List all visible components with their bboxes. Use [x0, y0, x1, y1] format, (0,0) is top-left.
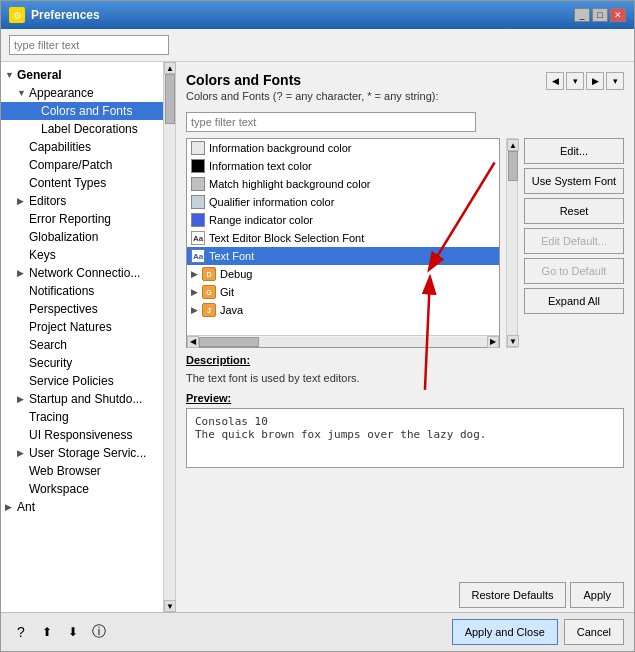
cancel-button[interactable]: Cancel	[564, 619, 624, 645]
sidebar-item-capabilities[interactable]: Capabilities	[1, 138, 163, 156]
export-icon[interactable]: ⬆	[37, 622, 57, 642]
color-swatch	[191, 141, 205, 155]
sidebar-item-perspectives[interactable]: Perspectives	[1, 300, 163, 318]
info-icon[interactable]: ⓘ	[89, 622, 109, 642]
sidebar-item-label: Error Reporting	[29, 212, 111, 226]
use-system-font-button[interactable]: Use System Font	[524, 168, 624, 194]
sidebar-item-web-browser[interactable]: Web Browser	[1, 462, 163, 480]
font-swatch: Aa	[191, 231, 205, 245]
sidebar-item-search[interactable]: Search	[1, 336, 163, 354]
close-button[interactable]: ✕	[610, 8, 626, 22]
sidebar-item-label: Appearance	[29, 86, 94, 100]
color-swatch	[191, 213, 205, 227]
reset-button[interactable]: Reset	[524, 198, 624, 224]
sidebar-item-globalization[interactable]: Globalization	[1, 228, 163, 246]
sidebar-item-startup[interactable]: ▶ Startup and Shutdo...	[1, 390, 163, 408]
filter-bar	[1, 29, 634, 62]
preview-label: Preview:	[186, 392, 624, 404]
list-item-text-font[interactable]: Aa Text Font	[187, 247, 499, 265]
nav-forward-button[interactable]: ▶	[586, 72, 604, 90]
title-bar: ⚙ Preferences _ □ ✕	[1, 1, 634, 29]
sidebar-item-compare-patch[interactable]: Compare/Patch	[1, 156, 163, 174]
sidebar-item-general[interactable]: ▼ General	[1, 66, 163, 84]
edit-button[interactable]: Edit...	[524, 138, 624, 164]
minimize-button[interactable]: _	[574, 8, 590, 22]
group-label: Debug	[220, 268, 252, 280]
sidebar-item-ui-responsiveness[interactable]: UI Responsiveness	[1, 426, 163, 444]
list-item[interactable]: Match highlight background color	[187, 175, 499, 193]
panel-subtitle: Colors and Fonts (? = any character, * =…	[186, 90, 439, 102]
list-item[interactable]: Information background color	[187, 139, 499, 157]
scroll-track	[164, 74, 175, 600]
list-item-group-git[interactable]: ▶ G Git	[187, 283, 499, 301]
edit-default-button[interactable]: Edit Default...	[524, 228, 624, 254]
help-icon[interactable]: ?	[11, 622, 31, 642]
sidebar-item-user-storage[interactable]: ▶ User Storage Servic...	[1, 444, 163, 462]
list-scroll-up[interactable]: ▲	[507, 139, 519, 151]
restore-defaults-button[interactable]: Restore Defaults	[459, 582, 567, 608]
nav-back-button[interactable]: ◀	[546, 72, 564, 90]
list-item[interactable]: Qualifier information color	[187, 193, 499, 211]
scroll-down-btn[interactable]: ▼	[164, 600, 176, 612]
panel-filter-row	[186, 112, 624, 132]
color-swatch	[191, 159, 205, 173]
preview-section: Preview: Consolas 10 The quick brown fox…	[186, 392, 624, 468]
preview-line2: The quick brown fox jumps over the lazy …	[195, 428, 615, 441]
list-item[interactable]: Aa Text Editor Block Selection Font	[187, 229, 499, 247]
arrow-icon: ▶	[17, 196, 29, 206]
list-item-label: Match highlight background color	[209, 178, 370, 190]
list-scroll-thumb[interactable]	[508, 151, 518, 181]
sidebar-item-label: Startup and Shutdo...	[29, 392, 142, 406]
filter-input[interactable]	[9, 35, 169, 55]
hscroll-left-btn[interactable]: ◀	[187, 336, 199, 348]
scroll-thumb[interactable]	[165, 74, 175, 124]
maximize-button[interactable]: □	[592, 8, 608, 22]
sidebar-item-appearance[interactable]: ▼ Appearance	[1, 84, 163, 102]
sidebar-item-label: Web Browser	[29, 464, 101, 478]
sidebar-item-tracing[interactable]: Tracing	[1, 408, 163, 426]
import-icon[interactable]: ⬇	[63, 622, 83, 642]
sidebar-item-notifications[interactable]: Notifications	[1, 282, 163, 300]
nav-dropdown-button[interactable]: ▾	[566, 72, 584, 90]
hscroll-thumb[interactable]	[199, 337, 259, 347]
sidebar-item-service-policies[interactable]: Service Policies	[1, 372, 163, 390]
sidebar-item-label: Perspectives	[29, 302, 98, 316]
list-scroll-down[interactable]: ▼	[507, 335, 519, 347]
font-swatch-selected: Aa	[191, 249, 205, 263]
list-item[interactable]: Information text color	[187, 157, 499, 175]
list-item[interactable]: Range indicator color	[187, 211, 499, 229]
nav-menu-button[interactable]: ▾	[606, 72, 624, 90]
arrow-icon: ▶	[17, 394, 29, 404]
hscroll-right-btn[interactable]: ▶	[487, 336, 499, 348]
title-bar-left: ⚙ Preferences	[9, 7, 100, 23]
sidebar-item-workspace[interactable]: Workspace	[1, 480, 163, 498]
arrow-icon: ▶	[5, 502, 17, 512]
sidebar-item-colors-fonts[interactable]: Colors and Fonts	[1, 102, 163, 120]
sidebar-item-content-types[interactable]: Content Types	[1, 174, 163, 192]
arrow-icon: ▶	[17, 268, 29, 278]
restore-apply-row: Restore Defaults Apply	[176, 578, 634, 612]
sidebar-item-keys[interactable]: Keys	[1, 246, 163, 264]
list-item-group-debug[interactable]: ▶ D Debug	[187, 265, 499, 283]
group-arrow: ▶	[191, 269, 198, 279]
sidebar-item-editors[interactable]: ▶ Editors	[1, 192, 163, 210]
go-to-default-button[interactable]: Go to Default	[524, 258, 624, 284]
apply-close-button[interactable]: Apply and Close	[452, 619, 558, 645]
description-label: Description:	[186, 354, 624, 366]
list-item-group-java[interactable]: ▶ J Java	[187, 301, 499, 319]
sidebar-item-ant[interactable]: ▶ Ant	[1, 498, 163, 516]
sidebar-item-project-natures[interactable]: Project Natures	[1, 318, 163, 336]
group-arrow: ▶	[191, 287, 198, 297]
sidebar-item-error-reporting[interactable]: Error Reporting	[1, 210, 163, 228]
scroll-up-btn[interactable]: ▲	[164, 62, 176, 74]
expand-all-button[interactable]: Expand All	[524, 288, 624, 314]
sidebar-item-security[interactable]: Security	[1, 354, 163, 372]
sidebar-item-label-decorations[interactable]: Label Decorations	[1, 120, 163, 138]
sidebar-item-label: Content Types	[29, 176, 106, 190]
sidebar-item-label: General	[17, 68, 62, 82]
list-item-label: Text Editor Block Selection Font	[209, 232, 364, 244]
apply-button[interactable]: Apply	[570, 582, 624, 608]
sidebar-item-label: Colors and Fonts	[41, 104, 132, 118]
panel-filter-input[interactable]	[186, 112, 476, 132]
sidebar-item-network[interactable]: ▶ Network Connectio...	[1, 264, 163, 282]
